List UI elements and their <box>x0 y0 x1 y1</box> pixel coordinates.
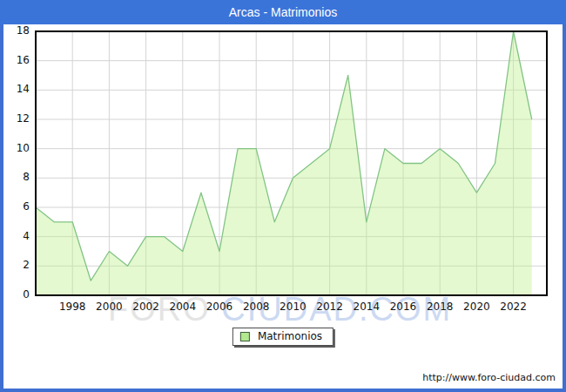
legend-label: Matrimonios <box>258 330 322 342</box>
x-tick-label: 2006 <box>200 301 239 313</box>
x-tick-label: 2012 <box>311 301 349 313</box>
x-tick-label: 2008 <box>237 301 275 313</box>
y-tick-label: 16 <box>3 54 30 66</box>
y-tick-label: 2 <box>3 259 30 271</box>
legend: Matrimonios <box>232 328 334 346</box>
y-tick-label: 0 <box>3 288 30 301</box>
x-tick-label: 2022 <box>495 301 533 313</box>
y-tick-label: 4 <box>3 230 30 242</box>
chart-content: FORO CIUDAD.COM 199820002002200420062008… <box>3 24 563 389</box>
y-tick-label: 8 <box>3 171 30 183</box>
y-tick-label: 18 <box>3 24 30 37</box>
x-tick-label: 2000 <box>90 301 128 313</box>
x-tick-label: 1998 <box>53 301 91 313</box>
x-tick-label: 2014 <box>347 301 386 313</box>
foro-ciudad-link[interactable]: http://www.foro-ciudad.com <box>422 372 556 383</box>
page-title: Arcas - Matrimonios <box>229 5 337 19</box>
window-titlebar: Arcas - Matrimonios <box>0 0 566 24</box>
x-tick-label: 2002 <box>127 301 165 313</box>
x-tick-label: 2010 <box>273 301 312 313</box>
x-tick-label: 2018 <box>421 301 459 313</box>
x-tick-label: 2020 <box>457 301 495 313</box>
y-tick-label: 6 <box>3 200 30 213</box>
x-tick-label: 2016 <box>384 301 422 313</box>
chart-window: Arcas - Matrimonios FORO CIUDAD.COM 1998… <box>0 0 566 392</box>
y-tick-label: 14 <box>3 83 30 95</box>
y-tick-label: 12 <box>3 112 30 125</box>
legend-swatch-icon <box>240 332 250 341</box>
y-tick-label: 10 <box>3 142 30 154</box>
area-chart-plot <box>35 30 548 296</box>
x-tick-label: 2004 <box>164 301 202 313</box>
